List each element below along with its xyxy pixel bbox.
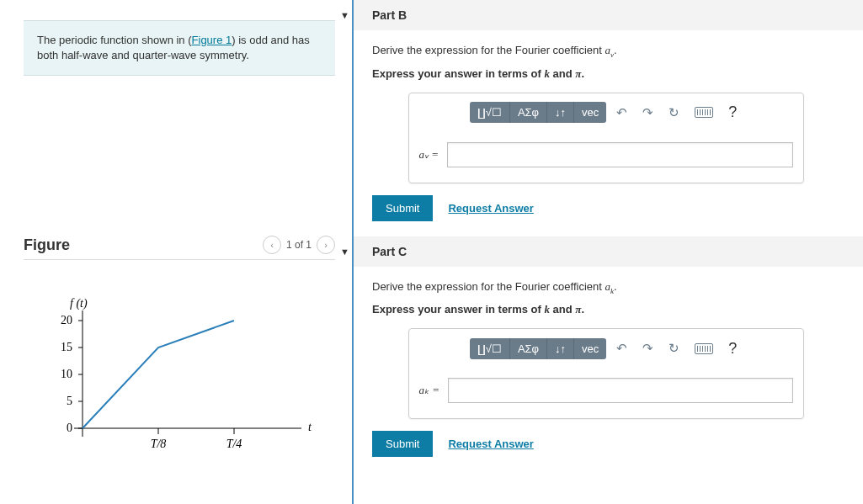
redo-button[interactable]: ↷ — [637, 102, 658, 124]
help-button[interactable]: ? — [723, 103, 742, 121]
svg-text:T/8: T/8 — [151, 438, 167, 450]
part-c-header[interactable]: ▼ Part C — [354, 236, 863, 267]
intro-text-before: The periodic function shown in ( — [37, 34, 192, 46]
svg-text:T/4: T/4 — [226, 438, 242, 450]
part-c-instruction: Express your answer in terms of k and π. — [372, 303, 839, 316]
templates-button[interactable]: ∐√☐ — [470, 338, 510, 359]
part-c-submit-button[interactable]: Submit — [372, 431, 433, 457]
greek-button[interactable]: ΑΣφ — [510, 102, 547, 123]
keyboard-icon — [695, 343, 713, 354]
vec-button[interactable]: vec — [574, 338, 606, 359]
figure-title: Figure — [24, 236, 70, 254]
vec-button[interactable]: vec — [574, 102, 606, 123]
part-b-toolbar: ∐√☐ ΑΣφ ↓↑ vec ↶ ↷ ↻ ? — [409, 93, 803, 139]
part-b-header[interactable]: ▼ Part B — [354, 0, 863, 30]
problem-intro: The periodic function shown in (Figure 1… — [24, 20, 335, 76]
figure-header: Figure ‹ 1 of 1 › — [24, 236, 335, 260]
part-b-body: Derive the expression for the Fourier co… — [354, 30, 863, 236]
part-b-prompt: Derive the expression for the Fourier co… — [372, 44, 839, 59]
part-c-toolbar: ∐√☐ ΑΣφ ↓↑ vec ↶ ↷ ↻ ? — [409, 329, 803, 374]
keyboard-button[interactable] — [690, 340, 718, 358]
figure-chart: 0 5 10 15 20 T/8 T/4 f (t) t — [24, 294, 335, 462]
svg-text:20: 20 — [61, 314, 72, 326]
part-c-request-answer-link[interactable]: Request Answer — [448, 438, 533, 450]
part-b-answer-input[interactable] — [447, 142, 792, 167]
keyboard-icon — [695, 107, 713, 118]
part-b-input-label: aᵥ = — [419, 148, 439, 162]
undo-button[interactable]: ↶ — [611, 102, 632, 124]
keyboard-button[interactable] — [690, 103, 718, 121]
redo-button[interactable]: ↷ — [637, 337, 658, 359]
svg-text:f (t): f (t) — [70, 297, 88, 310]
part-b-instruction: Express your answer in terms of k and π. — [372, 67, 839, 81]
figure-next-button[interactable]: › — [317, 236, 335, 254]
figure-link[interactable]: Figure 1 — [192, 34, 232, 46]
subsup-button[interactable]: ↓↑ — [547, 338, 574, 359]
svg-text:10: 10 — [61, 368, 72, 380]
part-b-answer-box: ∐√☐ ΑΣφ ↓↑ vec ↶ ↷ ↻ ? aᵥ = — [408, 93, 804, 183]
part-b-request-answer-link[interactable]: Request Answer — [448, 202, 533, 215]
svg-text:0: 0 — [67, 422, 72, 434]
part-b-submit-button[interactable]: Submit — [372, 195, 433, 221]
caret-down-icon: ▼ — [340, 247, 349, 257]
svg-text:t: t — [308, 421, 312, 433]
reset-button[interactable]: ↻ — [663, 102, 685, 124]
part-c-answer-input[interactable] — [448, 378, 792, 403]
greek-button[interactable]: ΑΣφ — [510, 338, 547, 359]
subsup-button[interactable]: ↓↑ — [547, 102, 574, 123]
caret-down-icon: ▼ — [340, 10, 349, 20]
part-c-prompt: Derive the expression for the Fourier co… — [372, 280, 839, 295]
undo-button[interactable]: ↶ — [611, 337, 632, 359]
reset-button[interactable]: ↻ — [663, 337, 685, 359]
svg-text:5: 5 — [67, 395, 72, 407]
part-c-body: Derive the expression for the Fourier co… — [354, 267, 863, 473]
templates-button[interactable]: ∐√☐ — [470, 102, 510, 123]
figure-page-indicator: 1 of 1 — [286, 239, 312, 251]
svg-text:15: 15 — [61, 341, 72, 353]
part-c-input-label: aₖ = — [419, 384, 440, 397]
part-c-answer-box: ∐√☐ ΑΣφ ↓↑ vec ↶ ↷ ↻ ? aₖ = — [408, 328, 804, 419]
figure-prev-button[interactable]: ‹ — [263, 236, 281, 254]
help-button[interactable]: ? — [723, 340, 742, 358]
